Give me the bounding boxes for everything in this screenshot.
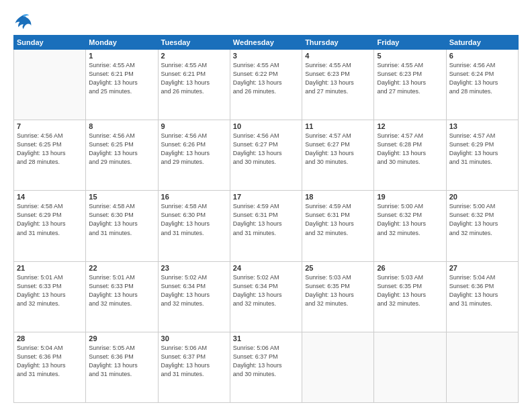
day-info: Sunrise: 4:56 AM Sunset: 6:27 PM Dayligh… bbox=[233, 132, 299, 167]
day-info: Sunrise: 4:55 AM Sunset: 6:23 PM Dayligh… bbox=[377, 61, 443, 96]
calendar-cell bbox=[14, 50, 86, 120]
calendar-day-header: Friday bbox=[374, 36, 446, 50]
day-info: Sunrise: 4:55 AM Sunset: 6:23 PM Dayligh… bbox=[305, 61, 371, 96]
calendar-week-row: 7Sunrise: 4:56 AM Sunset: 6:25 PM Daylig… bbox=[14, 120, 519, 191]
calendar-day-header: Thursday bbox=[302, 36, 374, 50]
logo-icon bbox=[13, 12, 32, 31]
calendar-cell: 2Sunrise: 4:55 AM Sunset: 6:21 PM Daylig… bbox=[158, 50, 230, 120]
day-info: Sunrise: 5:02 AM Sunset: 6:34 PM Dayligh… bbox=[233, 273, 299, 308]
day-number: 4 bbox=[305, 52, 371, 60]
day-number: 22 bbox=[89, 264, 154, 272]
calendar-cell: 4Sunrise: 4:55 AM Sunset: 6:23 PM Daylig… bbox=[302, 50, 374, 120]
calendar-cell: 23Sunrise: 5:02 AM Sunset: 6:34 PM Dayli… bbox=[158, 261, 230, 332]
day-info: Sunrise: 4:55 AM Sunset: 6:21 PM Dayligh… bbox=[161, 61, 227, 96]
calendar-day-header: Tuesday bbox=[158, 36, 230, 50]
day-info: Sunrise: 5:04 AM Sunset: 6:36 PM Dayligh… bbox=[449, 273, 515, 308]
day-info: Sunrise: 5:03 AM Sunset: 6:35 PM Dayligh… bbox=[305, 273, 371, 308]
calendar-cell: 16Sunrise: 4:58 AM Sunset: 6:30 PM Dayli… bbox=[158, 191, 230, 261]
calendar-day-header: Monday bbox=[86, 36, 158, 50]
header bbox=[13, 12, 519, 31]
day-number: 27 bbox=[449, 264, 515, 272]
calendar-cell: 19Sunrise: 5:00 AM Sunset: 6:32 PM Dayli… bbox=[374, 191, 446, 261]
day-number: 25 bbox=[305, 264, 371, 272]
day-number: 8 bbox=[89, 122, 154, 130]
calendar-cell: 30Sunrise: 5:06 AM Sunset: 6:37 PM Dayli… bbox=[158, 332, 230, 402]
calendar-cell: 18Sunrise: 4:59 AM Sunset: 6:31 PM Dayli… bbox=[302, 191, 374, 261]
calendar-cell bbox=[374, 332, 446, 402]
day-info: Sunrise: 5:01 AM Sunset: 6:33 PM Dayligh… bbox=[17, 273, 83, 308]
day-number: 28 bbox=[17, 334, 83, 342]
calendar-cell: 17Sunrise: 4:59 AM Sunset: 6:31 PM Dayli… bbox=[230, 191, 302, 261]
calendar-cell bbox=[302, 332, 374, 402]
day-info: Sunrise: 4:58 AM Sunset: 6:30 PM Dayligh… bbox=[161, 202, 227, 237]
calendar-cell bbox=[446, 332, 518, 402]
day-number: 7 bbox=[17, 122, 83, 130]
day-number: 18 bbox=[305, 193, 371, 201]
calendar-cell: 27Sunrise: 5:04 AM Sunset: 6:36 PM Dayli… bbox=[446, 261, 518, 332]
day-number: 21 bbox=[17, 264, 83, 272]
day-info: Sunrise: 5:06 AM Sunset: 6:37 PM Dayligh… bbox=[161, 344, 227, 379]
day-number: 6 bbox=[449, 52, 515, 60]
calendar-cell: 29Sunrise: 5:05 AM Sunset: 6:36 PM Dayli… bbox=[86, 332, 158, 402]
calendar-cell: 15Sunrise: 4:58 AM Sunset: 6:30 PM Dayli… bbox=[86, 191, 158, 261]
calendar-table: SundayMondayTuesdayWednesdayThursdayFrid… bbox=[13, 35, 519, 403]
day-info: Sunrise: 4:59 AM Sunset: 6:31 PM Dayligh… bbox=[233, 202, 299, 237]
day-number: 19 bbox=[377, 193, 443, 201]
day-info: Sunrise: 4:58 AM Sunset: 6:29 PM Dayligh… bbox=[17, 202, 83, 237]
day-number: 16 bbox=[161, 193, 227, 201]
calendar-cell: 25Sunrise: 5:03 AM Sunset: 6:35 PM Dayli… bbox=[302, 261, 374, 332]
calendar-day-header: Saturday bbox=[446, 36, 518, 50]
day-number: 5 bbox=[377, 52, 443, 60]
calendar-cell: 22Sunrise: 5:01 AM Sunset: 6:33 PM Dayli… bbox=[86, 261, 158, 332]
day-number: 23 bbox=[161, 264, 227, 272]
day-number: 20 bbox=[449, 193, 515, 201]
calendar-cell: 3Sunrise: 4:55 AM Sunset: 6:22 PM Daylig… bbox=[230, 50, 302, 120]
day-info: Sunrise: 4:57 AM Sunset: 6:28 PM Dayligh… bbox=[377, 132, 443, 167]
day-number: 15 bbox=[89, 193, 154, 201]
calendar-cell: 6Sunrise: 4:56 AM Sunset: 6:24 PM Daylig… bbox=[446, 50, 518, 120]
day-info: Sunrise: 5:04 AM Sunset: 6:36 PM Dayligh… bbox=[17, 344, 83, 379]
day-info: Sunrise: 4:59 AM Sunset: 6:31 PM Dayligh… bbox=[305, 202, 371, 237]
day-info: Sunrise: 5:02 AM Sunset: 6:34 PM Dayligh… bbox=[161, 273, 227, 308]
day-info: Sunrise: 4:58 AM Sunset: 6:30 PM Dayligh… bbox=[89, 202, 154, 237]
day-info: Sunrise: 5:01 AM Sunset: 6:33 PM Dayligh… bbox=[89, 273, 154, 308]
calendar-cell: 8Sunrise: 4:56 AM Sunset: 6:25 PM Daylig… bbox=[86, 120, 158, 191]
calendar-week-row: 21Sunrise: 5:01 AM Sunset: 6:33 PM Dayli… bbox=[14, 261, 519, 332]
day-info: Sunrise: 4:56 AM Sunset: 6:26 PM Dayligh… bbox=[161, 132, 227, 167]
day-info: Sunrise: 5:03 AM Sunset: 6:35 PM Dayligh… bbox=[377, 273, 443, 308]
day-number: 12 bbox=[377, 122, 443, 130]
day-number: 13 bbox=[449, 122, 515, 130]
calendar-cell: 26Sunrise: 5:03 AM Sunset: 6:35 PM Dayli… bbox=[374, 261, 446, 332]
calendar-week-row: 14Sunrise: 4:58 AM Sunset: 6:29 PM Dayli… bbox=[14, 191, 519, 261]
calendar-cell: 7Sunrise: 4:56 AM Sunset: 6:25 PM Daylig… bbox=[14, 120, 86, 191]
calendar-cell: 13Sunrise: 4:57 AM Sunset: 6:29 PM Dayli… bbox=[446, 120, 518, 191]
calendar-cell: 9Sunrise: 4:56 AM Sunset: 6:26 PM Daylig… bbox=[158, 120, 230, 191]
day-number: 11 bbox=[305, 122, 371, 130]
day-number: 2 bbox=[161, 52, 227, 60]
day-number: 9 bbox=[161, 122, 227, 130]
calendar-day-header: Sunday bbox=[14, 36, 86, 50]
day-info: Sunrise: 5:06 AM Sunset: 6:37 PM Dayligh… bbox=[233, 344, 299, 379]
calendar-week-row: 28Sunrise: 5:04 AM Sunset: 6:36 PM Dayli… bbox=[14, 332, 519, 402]
day-number: 10 bbox=[233, 122, 299, 130]
calendar-cell: 14Sunrise: 4:58 AM Sunset: 6:29 PM Dayli… bbox=[14, 191, 86, 261]
calendar-day-header: Wednesday bbox=[230, 36, 302, 50]
day-number: 1 bbox=[89, 52, 154, 60]
calendar-cell: 31Sunrise: 5:06 AM Sunset: 6:37 PM Dayli… bbox=[230, 332, 302, 402]
calendar-cell: 12Sunrise: 4:57 AM Sunset: 6:28 PM Dayli… bbox=[374, 120, 446, 191]
day-info: Sunrise: 4:57 AM Sunset: 6:29 PM Dayligh… bbox=[449, 132, 515, 167]
day-number: 17 bbox=[233, 193, 299, 201]
day-number: 30 bbox=[161, 334, 227, 342]
calendar-header-row: SundayMondayTuesdayWednesdayThursdayFrid… bbox=[14, 36, 519, 50]
day-number: 31 bbox=[233, 334, 299, 342]
day-info: Sunrise: 4:55 AM Sunset: 6:21 PM Dayligh… bbox=[89, 61, 154, 96]
calendar-cell: 21Sunrise: 5:01 AM Sunset: 6:33 PM Dayli… bbox=[14, 261, 86, 332]
day-number: 24 bbox=[233, 264, 299, 272]
day-info: Sunrise: 4:56 AM Sunset: 6:25 PM Dayligh… bbox=[17, 132, 83, 167]
calendar-cell: 5Sunrise: 4:55 AM Sunset: 6:23 PM Daylig… bbox=[374, 50, 446, 120]
day-info: Sunrise: 4:56 AM Sunset: 6:24 PM Dayligh… bbox=[449, 61, 515, 96]
day-info: Sunrise: 5:00 AM Sunset: 6:32 PM Dayligh… bbox=[449, 202, 515, 237]
calendar-cell: 28Sunrise: 5:04 AM Sunset: 6:36 PM Dayli… bbox=[14, 332, 86, 402]
calendar-cell: 1Sunrise: 4:55 AM Sunset: 6:21 PM Daylig… bbox=[86, 50, 158, 120]
page: SundayMondayTuesdayWednesdayThursdayFrid… bbox=[0, 0, 532, 411]
